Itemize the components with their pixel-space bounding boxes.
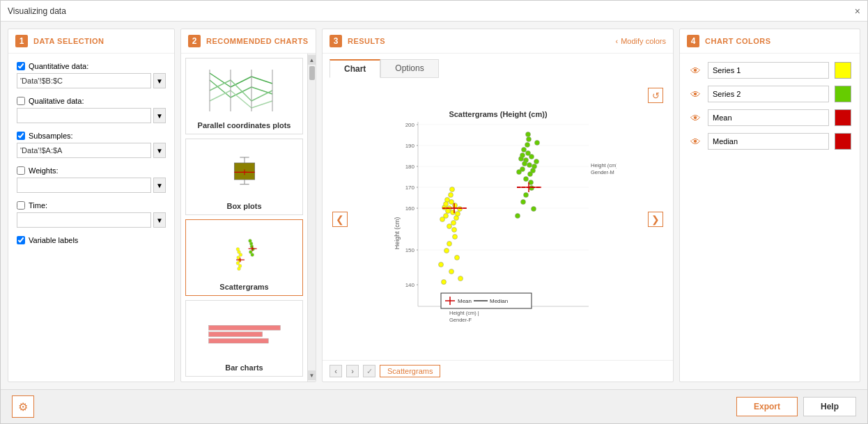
quantitative-checkbox[interactable] <box>17 62 25 70</box>
qualitative-btn[interactable]: ▼ <box>153 108 166 123</box>
svg-point-111 <box>523 176 528 181</box>
svg-point-106 <box>522 161 527 166</box>
svg-text:150: 150 <box>405 247 414 253</box>
tab-options[interactable]: Options <box>380 59 438 78</box>
median-label-input[interactable] <box>708 133 829 150</box>
subsamples-checkbox[interactable] <box>17 132 25 140</box>
chart-item-parallel[interactable]: Parallel coordinates plots <box>185 58 303 134</box>
export-button[interactable]: Export <box>736 397 798 416</box>
panel4-title: CHART COLORS <box>705 37 771 45</box>
svg-point-112 <box>521 147 526 152</box>
qualitative-input[interactable] <box>17 108 151 123</box>
time-input[interactable] <box>17 212 151 228</box>
modify-colors-button[interactable]: ‹ Modify colors <box>616 37 666 45</box>
refresh-button[interactable]: ↺ <box>648 88 663 103</box>
svg-point-87 <box>448 192 453 197</box>
quantitative-btn[interactable]: ▼ <box>153 73 166 88</box>
svg-line-5 <box>251 87 272 94</box>
svg-text:Gender-M: Gender-M <box>591 169 614 175</box>
svg-rect-42 <box>208 325 280 330</box>
scattergram-chart: Scattergrams (Height (cm)) Height (cm) 2… <box>380 104 617 334</box>
chart-next-btn[interactable]: › <box>346 365 359 377</box>
chart-check-btn[interactable]: ✓ <box>363 365 375 377</box>
qualitative-input-row: ▼ <box>17 108 166 123</box>
subsamples-checkbox-label[interactable]: Subsamples: <box>17 132 166 140</box>
weights-input[interactable] <box>17 178 151 193</box>
chart-right-arrow[interactable]: ❯ <box>648 212 663 227</box>
svg-point-124 <box>515 213 520 218</box>
scroll-thumb <box>309 66 315 80</box>
weights-btn[interactable]: ▼ <box>153 178 166 193</box>
tab-chart[interactable]: Chart <box>330 59 380 78</box>
chart-prev-btn[interactable]: ‹ <box>330 365 342 377</box>
time-input-row: ▼ <box>17 212 166 228</box>
svg-point-121 <box>534 159 538 164</box>
color-row-series2: 👁 <box>688 86 851 102</box>
subsamples-field-group: Subsamples: ▼ <box>17 132 166 158</box>
eye-icon-median[interactable]: 👁 <box>688 136 702 148</box>
eye-icon-series2[interactable]: 👁 <box>688 88 702 100</box>
svg-point-82 <box>447 223 451 228</box>
variable-labels-checkbox-label[interactable]: Variable labels <box>17 236 166 244</box>
series1-label-input[interactable] <box>708 62 829 79</box>
svg-point-28 <box>236 256 240 260</box>
quantitative-input[interactable] <box>17 73 151 88</box>
scroll-down-btn[interactable]: ▼ <box>308 370 316 380</box>
svg-line-2 <box>251 77 272 84</box>
color-row-series1: 👁 <box>688 62 851 79</box>
weights-checkbox[interactable] <box>17 166 25 175</box>
eye-icon-mean[interactable]: 👁 <box>688 112 702 124</box>
svg-line-8 <box>251 91 272 101</box>
close-button[interactable]: × <box>855 6 860 16</box>
weights-input-row: ▼ <box>17 178 166 193</box>
svg-point-96 <box>449 269 454 274</box>
svg-text:200: 200 <box>405 122 414 128</box>
svg-point-97 <box>458 276 463 281</box>
svg-point-31 <box>236 248 240 251</box>
scroll-up-btn[interactable]: ▲ <box>308 55 316 65</box>
weights-checkbox-label[interactable]: Weights: <box>17 166 166 175</box>
chart-left-arrow[interactable]: ❮ <box>332 212 348 227</box>
charts-scroll-container: Parallel coordinates plots <box>181 54 316 382</box>
chart-area: ❮ ❯ ↺ Scattergrams (Height (cm)) Height … <box>323 78 673 360</box>
quantitative-field-group: Quantitative data: ▼ <box>17 62 166 88</box>
svg-text:Mean: Mean <box>458 298 472 304</box>
panel3-body: Chart Options ❮ ❯ ↺ Scattergrams (Height… <box>323 54 673 382</box>
panel3-title: RESULTS <box>348 37 385 45</box>
subsamples-input[interactable] <box>17 143 151 158</box>
qualitative-checkbox-label[interactable]: Qualitative data: <box>17 97 166 105</box>
series1-color-swatch[interactable] <box>835 62 851 79</box>
time-checkbox[interactable] <box>17 201 25 210</box>
panel4-header: 4 CHART COLORS <box>680 29 860 54</box>
svg-line-7 <box>231 80 251 101</box>
charts-scrollbar[interactable]: ▲ ▼ <box>307 54 316 382</box>
eye-icon-series1[interactable]: 👁 <box>688 65 702 77</box>
chart-item-bar[interactable]: Bar charts <box>185 300 303 377</box>
series2-label-input[interactable] <box>708 86 829 102</box>
mean-label-input[interactable] <box>708 109 829 126</box>
subsamples-btn[interactable]: ▼ <box>153 143 166 158</box>
chart-tag-scattergrams[interactable]: Scattergrams <box>380 365 440 377</box>
chart-item-boxplot[interactable]: Box plots <box>185 139 303 215</box>
qualitative-checkbox[interactable] <box>17 97 25 105</box>
chart-bottom-bar: ‹ › ✓ Scattergrams <box>323 360 673 382</box>
parallel-chart-name: Parallel coordinates plots <box>198 121 291 129</box>
svg-text:Scattergrams (Height (cm)): Scattergrams (Height (cm)) <box>449 110 548 118</box>
variable-labels-checkbox[interactable] <box>17 236 25 244</box>
settings-button[interactable]: ⚙ <box>12 395 34 418</box>
mean-color-swatch[interactable] <box>835 109 851 126</box>
scattergrams-chart-name: Scattergrams <box>219 283 268 291</box>
svg-text:Height (cm) |: Height (cm) | <box>449 310 479 316</box>
quantitative-checkbox-label[interactable]: Quantitative data: <box>17 62 166 70</box>
median-color-swatch[interactable] <box>835 133 851 150</box>
series2-color-swatch[interactable] <box>835 86 851 102</box>
time-btn[interactable]: ▼ <box>153 212 166 228</box>
time-checkbox-label[interactable]: Time: <box>17 201 166 210</box>
svg-point-117 <box>520 152 525 157</box>
svg-point-110 <box>527 171 532 176</box>
help-button[interactable]: Help <box>803 397 856 416</box>
svg-point-25 <box>238 265 242 268</box>
chart-item-scattergrams[interactable]: Scattergrams <box>185 219 303 296</box>
svg-point-107 <box>525 150 530 155</box>
panel2-header: 2 RECOMMENDED CHARTS <box>181 29 316 54</box>
